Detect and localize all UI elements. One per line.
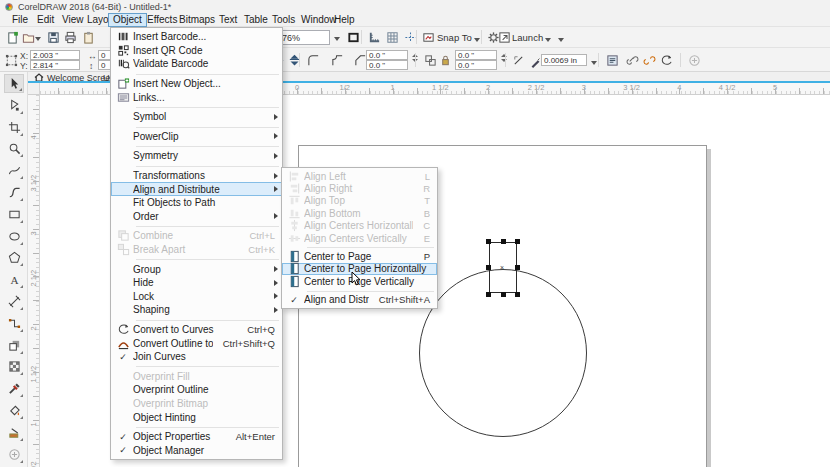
- object-position-icon[interactable]: [3, 52, 19, 68]
- selection-handle[interactable]: [486, 265, 491, 270]
- selection-handle[interactable]: [486, 239, 491, 244]
- slant-corner-icon[interactable]: [510, 52, 526, 68]
- polygon-tool[interactable]: [4, 248, 24, 267]
- menu-item-label: PowerClip: [133, 131, 274, 142]
- selection-handle[interactable]: [515, 265, 520, 270]
- menu-file[interactable]: File: [8, 13, 32, 27]
- menu-edit[interactable]: Edit: [33, 13, 58, 27]
- menu-item-align-and-distribute[interactable]: ✓Align and DistributeCtrl+Shift+A: [282, 294, 437, 306]
- toolbar-overflow-icon[interactable]: [556, 32, 566, 48]
- corner-radius-left-bottom-field[interactable]: 0.0 ": [366, 60, 408, 70]
- menu-help[interactable]: Help: [330, 13, 359, 27]
- selection-handle[interactable]: [486, 292, 491, 297]
- add-tools-tool[interactable]: [4, 445, 24, 464]
- corner-radius-right-top-field[interactable]: 0.0 ": [455, 50, 497, 60]
- menu-item-overprint-outline[interactable]: Overprint Outline: [111, 383, 282, 397]
- launch-dropdown[interactable]: [543, 32, 553, 48]
- lock-ratio-icon[interactable]: [437, 52, 453, 68]
- drop-shadow-tool[interactable]: [4, 336, 24, 355]
- scalloped-corner-icon[interactable]: [329, 52, 345, 68]
- outline-width-field[interactable]: 0.0069 in: [541, 54, 587, 66]
- relative-corner-icon[interactable]: [422, 52, 438, 68]
- rectangle-tool[interactable]: [4, 205, 24, 224]
- snap-to-label[interactable]: Snap To: [437, 32, 472, 43]
- zoom-level-dropdown[interactable]: [331, 31, 343, 47]
- menu-item-fit-objects-to-path[interactable]: Fit Objects to Path: [111, 196, 282, 210]
- artistic-media-tool[interactable]: [4, 183, 24, 202]
- save-icon[interactable]: [45, 29, 61, 45]
- show-grid-icon[interactable]: [384, 29, 400, 45]
- corner-radius-stepper-2[interactable]: [499, 54, 508, 62]
- fit-page-icon[interactable]: [345, 29, 361, 45]
- menu-item-symmetry[interactable]: Symmetry: [111, 149, 282, 163]
- corner-radius-left-top-field[interactable]: 0.0 ": [366, 50, 408, 60]
- ellipse-tool[interactable]: [4, 227, 24, 246]
- freehand-tool[interactable]: [4, 161, 24, 180]
- menu-item-hide[interactable]: Hide: [111, 276, 282, 290]
- y-position-field[interactable]: 2.814 ": [30, 60, 80, 70]
- menu-item-symbol[interactable]: Symbol: [111, 110, 282, 124]
- round-corner-icon[interactable]: [305, 52, 321, 68]
- menu-item-insert-qr-code[interactable]: Insert QR Code: [111, 44, 282, 58]
- launch-label[interactable]: Launch: [512, 32, 543, 43]
- menu-text[interactable]: Text: [215, 13, 241, 27]
- menu-item-object-properties[interactable]: ✓Object PropertiesAlt+Enter: [111, 430, 282, 444]
- transparency-tool[interactable]: [4, 357, 24, 376]
- chain-link-icon[interactable]: [624, 52, 640, 68]
- smart-fill-tool[interactable]: [4, 423, 24, 442]
- new-document-icon[interactable]: [4, 29, 20, 45]
- menu-item-join-curves[interactable]: ✓Join Curves: [111, 350, 282, 364]
- show-rulers-icon[interactable]: [366, 29, 382, 45]
- menu-item-order[interactable]: Order: [111, 210, 282, 224]
- text-tool[interactable]: A: [4, 270, 24, 289]
- x-position-field[interactable]: 2.003 ": [30, 50, 80, 60]
- shape-tool[interactable]: [4, 96, 24, 115]
- full-screen-preview-icon[interactable]: [420, 29, 436, 45]
- wrap-text-icon[interactable]: [604, 52, 620, 68]
- v-ruler-tick: [33, 109, 39, 110]
- menu-item-label: Center to Page Horizontally: [304, 263, 434, 274]
- menu-item-object-manager[interactable]: ✓Object Manager: [111, 443, 282, 457]
- menu-item-convert-to-curves[interactable]: Convert to CurvesCtrl+Q: [111, 323, 282, 337]
- menu-item-align-and-distribute[interactable]: Align and Distribute: [111, 182, 282, 196]
- menu-item-group[interactable]: Group: [111, 262, 282, 276]
- menu-item-center-to-page[interactable]: Center to PageP: [282, 250, 437, 262]
- selection-handle[interactable]: [515, 239, 520, 244]
- convert-to-curves-icon[interactable]: [658, 52, 674, 68]
- submenu-arrow-icon: [274, 307, 278, 313]
- paste-icon[interactable]: [80, 29, 96, 45]
- zoom-tool[interactable]: [4, 139, 24, 158]
- menu-item-powerclip[interactable]: PowerClip: [111, 130, 282, 144]
- selection-handle[interactable]: [501, 292, 506, 297]
- open-dropdown[interactable]: [33, 31, 42, 47]
- crop-tool[interactable]: [4, 118, 24, 137]
- interactive-fill-tool[interactable]: [4, 401, 24, 420]
- selection-handle[interactable]: [515, 292, 520, 297]
- menu-object[interactable]: Object: [108, 13, 147, 27]
- outline-pen-icon[interactable]: [527, 54, 543, 70]
- launch-app-icon[interactable]: [496, 29, 512, 45]
- menu-tools[interactable]: Tools: [268, 13, 299, 27]
- broken-chain-icon[interactable]: [641, 52, 657, 68]
- menu-bitmaps[interactable]: Bitmaps: [175, 13, 219, 27]
- menu-item-lock[interactable]: Lock: [111, 290, 282, 304]
- y-label: Y:: [20, 61, 28, 71]
- menu-item-convert-outline-to-object[interactable]: Convert Outline to ObjectCtrl+Shift+Q: [111, 336, 282, 350]
- menu-item-links[interactable]: Links...: [111, 90, 282, 104]
- menu-item-shaping[interactable]: Shaping: [111, 303, 282, 317]
- print-icon[interactable]: [62, 29, 78, 45]
- pick-tool[interactable]: [4, 74, 24, 93]
- color-eyedropper-tool[interactable]: [4, 379, 24, 398]
- menu-item-transformations[interactable]: Transformations: [111, 169, 282, 183]
- menu-item-shortcut: Ctrl+Shift+Q: [223, 338, 279, 349]
- corner-radius-right-bottom-field[interactable]: 0.0 ": [455, 60, 497, 70]
- menu-item-validate-barcode[interactable]: Validate Barcode: [111, 57, 282, 71]
- parallel-dimension-tool[interactable]: [4, 292, 24, 311]
- menu-item-insert-new-object[interactable]: Insert New Object...: [111, 77, 282, 91]
- chamfered-corner-icon[interactable]: [352, 52, 368, 68]
- connector-tool[interactable]: [4, 314, 24, 333]
- selection-handle[interactable]: [501, 239, 506, 244]
- add-preset-icon[interactable]: [686, 52, 702, 68]
- menu-item-object-hinting[interactable]: Object Hinting: [111, 410, 282, 424]
- menu-item-insert-barcode[interactable]: Insert Barcode...: [111, 30, 282, 44]
